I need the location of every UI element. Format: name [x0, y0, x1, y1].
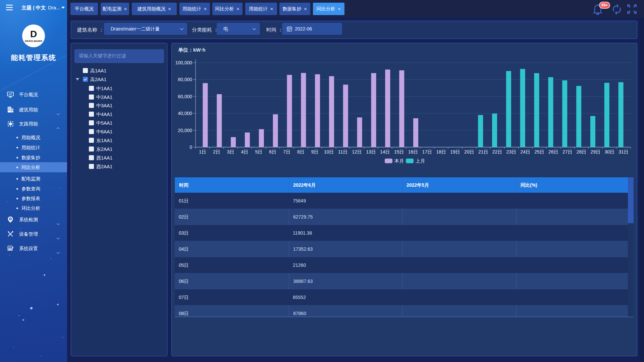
svg-text:19日: 19日: [450, 149, 460, 155]
svg-text:5日: 5日: [255, 149, 262, 155]
svg-text:100,000: 100,000: [175, 60, 192, 65]
svg-text:0: 0: [190, 144, 192, 150]
svg-text:11日: 11日: [338, 149, 348, 155]
svg-text:21日: 21日: [478, 149, 488, 155]
svg-text:本月: 本月: [394, 158, 404, 164]
svg-text:17日: 17日: [422, 149, 432, 155]
svg-text:25日: 25日: [534, 149, 544, 155]
svg-text:24日: 24日: [520, 149, 530, 155]
svg-text:20,000: 20,000: [178, 128, 192, 133]
svg-text:60,000: 60,000: [178, 94, 192, 99]
svg-text:15日: 15日: [394, 149, 404, 155]
svg-text:23日: 23日: [506, 149, 517, 155]
svg-text:30日: 30日: [604, 149, 614, 155]
svg-text:18日: 18日: [436, 149, 446, 155]
svg-text:22日: 22日: [492, 149, 502, 155]
svg-text:31日: 31日: [619, 149, 629, 155]
svg-text:20日: 20日: [464, 149, 474, 155]
svg-text:28日: 28日: [577, 149, 587, 155]
svg-text:8日: 8日: [297, 149, 305, 155]
svg-text:26日: 26日: [548, 149, 558, 155]
svg-text:40,000: 40,000: [178, 111, 192, 116]
svg-text:16日: 16日: [408, 149, 418, 155]
svg-text:13日: 13日: [366, 149, 376, 155]
svg-text:上月: 上月: [416, 158, 425, 164]
svg-text:1日: 1日: [199, 149, 206, 155]
svg-text:4日: 4日: [241, 149, 249, 155]
svg-text:27日: 27日: [562, 149, 573, 155]
svg-text:7日: 7日: [283, 149, 290, 155]
svg-text:10日: 10日: [324, 149, 334, 155]
svg-text:14日: 14日: [380, 149, 390, 155]
svg-text:2日: 2日: [213, 149, 220, 155]
svg-text:80,000: 80,000: [178, 77, 192, 82]
svg-text:29日: 29日: [591, 149, 601, 155]
svg-text:6日: 6日: [269, 149, 276, 155]
svg-text:9日: 9日: [311, 149, 319, 155]
svg-text:3日: 3日: [227, 149, 234, 155]
svg-text:12日: 12日: [352, 149, 362, 155]
